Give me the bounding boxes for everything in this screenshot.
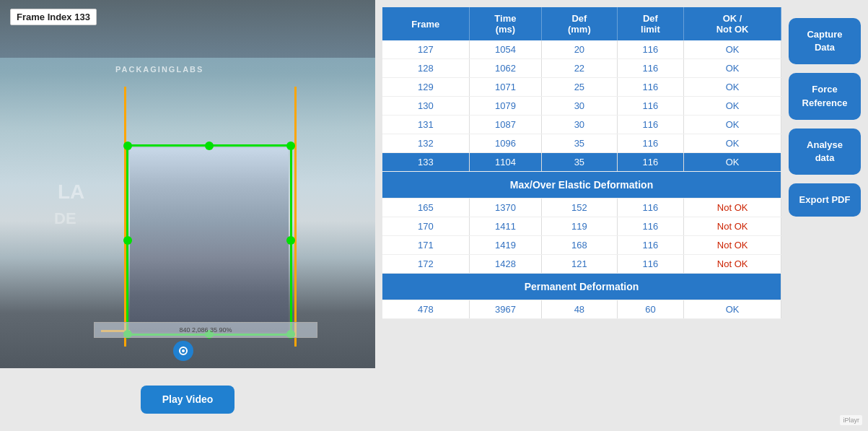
force-reference-button[interactable]: Force Reference <box>789 73 861 119</box>
cell-frame: 132 <box>382 134 469 153</box>
tracking-box <box>126 144 292 336</box>
cell-status: Not OK <box>684 199 781 217</box>
left-panel: Frame Index 133 PACKAGINGLABS LA DE <box>0 0 375 431</box>
col-time: Time(ms) <box>469 7 542 40</box>
cell-status: Not OK <box>684 236 781 255</box>
col-def: Def(mm) <box>542 7 617 40</box>
cell-def: 121 <box>542 255 617 274</box>
col-status: OK /Not OK <box>684 7 781 40</box>
table-section: Frame Time(ms) Def(mm) Deflimit OK /Not … <box>382 7 781 424</box>
cell-status: Not OK <box>684 217 781 236</box>
cell-def-limit: 60 <box>617 300 684 319</box>
cell-frame: 172 <box>382 255 469 274</box>
table-row[interactable]: 172 1428 121 116 Not OK <box>382 255 781 274</box>
cell-time: 1054 <box>469 40 542 59</box>
cell-def-limit: 116 <box>617 116 684 134</box>
frame-index-badge: Frame Index 133 <box>10 9 97 25</box>
cell-def-limit: 116 <box>617 40 684 59</box>
cell-time: 1104 <box>469 153 542 172</box>
table-row[interactable]: 130 1079 30 116 OK <box>382 97 781 116</box>
cell-frame: 165 <box>382 199 469 217</box>
cell-def: 119 <box>542 217 617 236</box>
analyse-data-button[interactable]: Analyse data <box>789 129 861 175</box>
cell-status: Not OK <box>684 255 781 274</box>
cell-def: 35 <box>542 134 617 153</box>
table-row[interactable]: 131 1087 30 116 OK <box>382 116 781 134</box>
table-row[interactable]: 170 1411 119 116 Not OK <box>382 217 781 236</box>
tracking-icon <box>173 341 193 361</box>
col-frame: Frame <box>382 7 469 40</box>
cell-def: 152 <box>542 199 617 217</box>
cell-def-limit: 116 <box>617 78 684 97</box>
cell-def-limit: 116 <box>617 97 684 116</box>
label-la: LA <box>58 180 84 204</box>
cell-def: 22 <box>542 59 617 78</box>
orange-marker-right <box>294 87 297 347</box>
corner-tm <box>205 142 214 150</box>
section-header-elastic: Max/Over Elastic Deformation <box>382 172 781 199</box>
cell-def: 48 <box>542 300 617 319</box>
capture-data-button[interactable]: Capture Data <box>789 18 861 64</box>
svg-point-1 <box>182 349 185 352</box>
table-header-row: Frame Time(ms) Def(mm) Deflimit OK /Not … <box>382 7 781 40</box>
corner-tr <box>286 142 295 150</box>
cell-def: 30 <box>542 116 617 134</box>
cell-time: 1062 <box>469 59 542 78</box>
section-elastic-label: Max/Over Elastic Deformation <box>382 172 781 199</box>
table-row[interactable]: 129 1071 25 116 OK <box>382 78 781 97</box>
cell-time: 1411 <box>469 217 542 236</box>
cell-time: 1096 <box>469 134 542 153</box>
cell-def: 168 <box>542 236 617 255</box>
data-table: Frame Time(ms) Def(mm) Deflimit OK /Not … <box>382 7 781 319</box>
col-def-limit: Deflimit <box>617 7 684 40</box>
cell-frame: 131 <box>382 116 469 134</box>
section-permanent-label: Permanent Deformation <box>382 274 781 300</box>
cell-frame: 171 <box>382 236 469 255</box>
label-de: DE <box>54 209 76 228</box>
table-row[interactable]: 128 1062 22 116 OK <box>382 59 781 78</box>
table-row[interactable]: 127 1054 20 116 OK <box>382 40 781 59</box>
table-row[interactable]: 171 1419 168 116 Not OK <box>382 236 781 255</box>
cell-frame: 170 <box>382 217 469 236</box>
cell-status: OK <box>684 78 781 97</box>
table-row[interactable]: 165 1370 152 116 Not OK <box>382 199 781 217</box>
cell-status: OK <box>684 59 781 78</box>
cell-frame: 133 <box>382 153 469 172</box>
cell-def-limit: 116 <box>617 255 684 274</box>
table-row[interactable]: 132 1096 35 116 OK <box>382 134 781 153</box>
cell-def-limit: 116 <box>617 236 684 255</box>
table-row-active[interactable]: 133 1104 35 116 OK <box>382 153 781 172</box>
play-button-area: Play Video <box>0 368 375 431</box>
measurement-strip: 840 2,086 35 90% <box>94 322 317 338</box>
video-container: Frame Index 133 PACKAGINGLABS LA DE <box>0 0 375 368</box>
cell-def-limit: 116 <box>617 217 684 236</box>
corner-mr <box>286 236 295 245</box>
cell-time: 1428 <box>469 255 542 274</box>
cell-def-limit: 116 <box>617 134 684 153</box>
table-wrapper[interactable]: Frame Time(ms) Def(mm) Deflimit OK /Not … <box>382 7 781 319</box>
cell-status: OK <box>684 116 781 134</box>
cell-def: 25 <box>542 78 617 97</box>
cell-def: 35 <box>542 153 617 172</box>
cell-def-limit: 116 <box>617 199 684 217</box>
cell-status: OK <box>684 134 781 153</box>
cell-def: 30 <box>542 97 617 116</box>
watermark: iPlayr <box>840 415 862 425</box>
cell-frame: 130 <box>382 97 469 116</box>
pkg-logo: PACKAGINGLABS <box>115 65 203 74</box>
cell-time: 1071 <box>469 78 542 97</box>
cell-frame: 129 <box>382 78 469 97</box>
cell-frame: 127 <box>382 40 469 59</box>
play-video-button[interactable]: Play Video <box>141 386 235 414</box>
export-pdf-button[interactable]: Export PDF <box>789 183 861 217</box>
cell-frame: 478 <box>382 300 469 319</box>
cell-status: OK <box>684 40 781 59</box>
cell-frame: 128 <box>382 59 469 78</box>
corner-ml <box>123 236 132 245</box>
right-panel: Frame Time(ms) Def(mm) Deflimit OK /Not … <box>375 0 868 431</box>
table-row[interactable]: 478 3967 48 60 OK <box>382 300 781 319</box>
cell-def: 20 <box>542 40 617 59</box>
cell-time: 1419 <box>469 236 542 255</box>
corner-tl <box>123 142 132 150</box>
video-background: Frame Index 133 PACKAGINGLABS LA DE <box>0 0 375 368</box>
